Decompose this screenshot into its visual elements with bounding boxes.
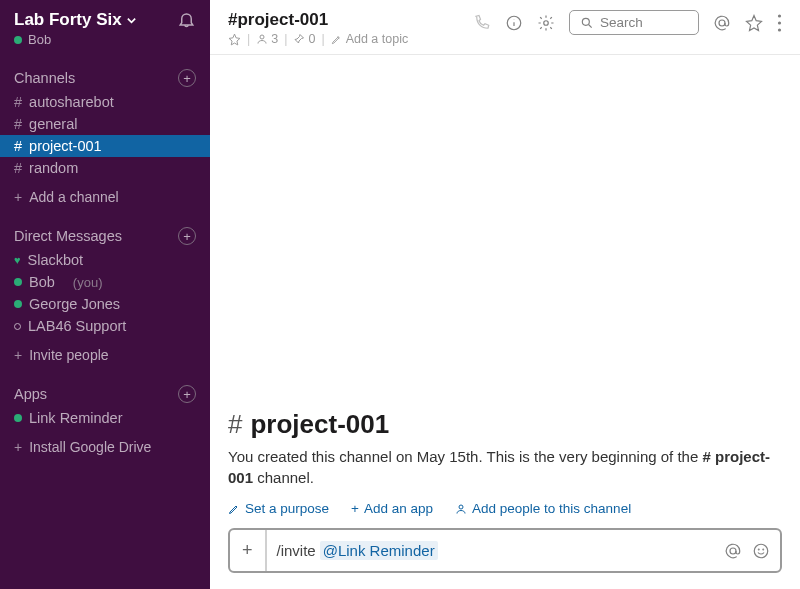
channel-welcome: #project-001 You created this channel on…	[228, 409, 782, 529]
plus-icon: +	[14, 439, 22, 455]
add-people-link[interactable]: Add people to this channel	[455, 501, 631, 516]
members-button[interactable]: 3	[256, 32, 278, 46]
plus-icon: +	[351, 501, 359, 516]
main-panel: #project-001 | 3 | 0 | Add a topic Searc…	[210, 0, 800, 589]
pins-button[interactable]: 0	[293, 32, 315, 46]
channel-meta: | 3 | 0 | Add a topic	[228, 32, 408, 46]
presence-away-icon	[14, 323, 21, 330]
svg-point-6	[778, 21, 781, 24]
invite-people-link[interactable]: +Invite people	[0, 337, 210, 371]
mentions-icon[interactable]	[713, 14, 731, 32]
channel-project-001[interactable]: #project-001	[0, 135, 210, 157]
channel-random[interactable]: #random	[0, 157, 210, 179]
message-pane: #project-001 You created this channel on…	[210, 55, 800, 528]
bell-icon[interactable]	[177, 10, 196, 29]
composer-input[interactable]: /invite @Link Reminder	[277, 531, 714, 570]
add-dm-icon[interactable]: +	[178, 227, 196, 245]
presence-active-icon	[14, 36, 22, 44]
add-app-link[interactable]: +Add an app	[351, 501, 433, 516]
hash-icon: #	[228, 409, 242, 440]
hash-icon: #	[14, 116, 22, 132]
svg-point-5	[778, 14, 781, 17]
apps-section-header: Apps +	[0, 371, 210, 407]
mention-icon[interactable]	[724, 542, 742, 560]
channel-general[interactable]: #general	[0, 113, 210, 135]
presence-active-icon	[14, 300, 22, 308]
app-list: Link Reminder	[0, 407, 210, 429]
presence-active-icon	[14, 414, 22, 422]
mention-chip: @Link Reminder	[320, 541, 438, 560]
search-icon	[580, 16, 594, 30]
hash-icon: #	[14, 160, 22, 176]
svg-point-8	[459, 505, 463, 509]
workspace-header[interactable]: Lab Forty Six Bob	[0, 0, 210, 55]
channel-header: #project-001 | 3 | 0 | Add a topic Searc…	[210, 0, 800, 55]
add-app-icon[interactable]: +	[178, 385, 196, 403]
install-google-drive-link[interactable]: +Install Google Drive	[0, 429, 210, 463]
heart-icon: ♥	[14, 254, 21, 266]
dm-bob[interactable]: Bob (you)	[0, 271, 210, 293]
dm-george-jones[interactable]: George Jones	[0, 293, 210, 315]
svg-point-4	[719, 20, 725, 26]
hash-icon: #	[14, 94, 22, 110]
add-channel-icon[interactable]: +	[178, 69, 196, 87]
hash-icon: #	[14, 138, 22, 154]
star-outline-icon[interactable]	[745, 14, 763, 32]
info-icon[interactable]	[505, 14, 523, 32]
channels-section-header: Channels +	[0, 55, 210, 91]
composer-attach-button[interactable]: +	[230, 530, 267, 571]
svg-point-2	[544, 20, 549, 25]
svg-point-3	[582, 18, 589, 25]
welcome-title: #project-001	[228, 409, 782, 440]
gear-icon[interactable]	[537, 14, 555, 32]
channels-label: Channels	[14, 70, 75, 86]
presence-active-icon	[14, 278, 22, 286]
svg-point-0	[260, 35, 264, 39]
dm-slackbot[interactable]: ♥Slackbot	[0, 249, 210, 271]
app-link-reminder[interactable]: Link Reminder	[0, 407, 210, 429]
dm-list: ♥Slackbot Bob (you) George Jones LAB46 S…	[0, 249, 210, 337]
svg-point-7	[778, 28, 781, 31]
search-placeholder: Search	[600, 15, 643, 30]
dm-lab46-support[interactable]: LAB46 Support	[0, 315, 210, 337]
channel-autosharebot[interactable]: #autosharebot	[0, 91, 210, 113]
apps-label: Apps	[14, 386, 47, 402]
svg-point-10	[754, 544, 768, 558]
emoji-icon[interactable]	[752, 542, 770, 560]
add-topic-button[interactable]: Add a topic	[331, 32, 409, 46]
svg-point-12	[763, 549, 764, 550]
svg-point-9	[730, 548, 736, 554]
dm-label: Direct Messages	[14, 228, 122, 244]
channel-title[interactable]: #project-001	[228, 10, 408, 30]
message-composer[interactable]: + /invite @Link Reminder	[228, 528, 782, 573]
current-user[interactable]: Bob	[14, 32, 137, 47]
chevron-down-icon	[126, 15, 137, 26]
sidebar: Lab Forty Six Bob Channels + #autoshareb…	[0, 0, 210, 589]
workspace-name[interactable]: Lab Forty Six	[14, 10, 137, 30]
plus-icon: +	[14, 189, 22, 205]
dm-section-header: Direct Messages +	[0, 213, 210, 249]
plus-icon: +	[14, 347, 22, 363]
welcome-text: You created this channel on May 15th. Th…	[228, 446, 782, 490]
search-input[interactable]: Search	[569, 10, 699, 35]
add-channel-link[interactable]: +Add a channel	[0, 179, 210, 213]
more-icon[interactable]	[777, 14, 782, 32]
set-purpose-link[interactable]: Set a purpose	[228, 501, 329, 516]
star-icon[interactable]	[228, 33, 241, 46]
phone-icon[interactable]	[473, 14, 491, 32]
channel-list: #autosharebot #general #project-001 #ran…	[0, 91, 210, 179]
svg-point-11	[758, 549, 759, 550]
